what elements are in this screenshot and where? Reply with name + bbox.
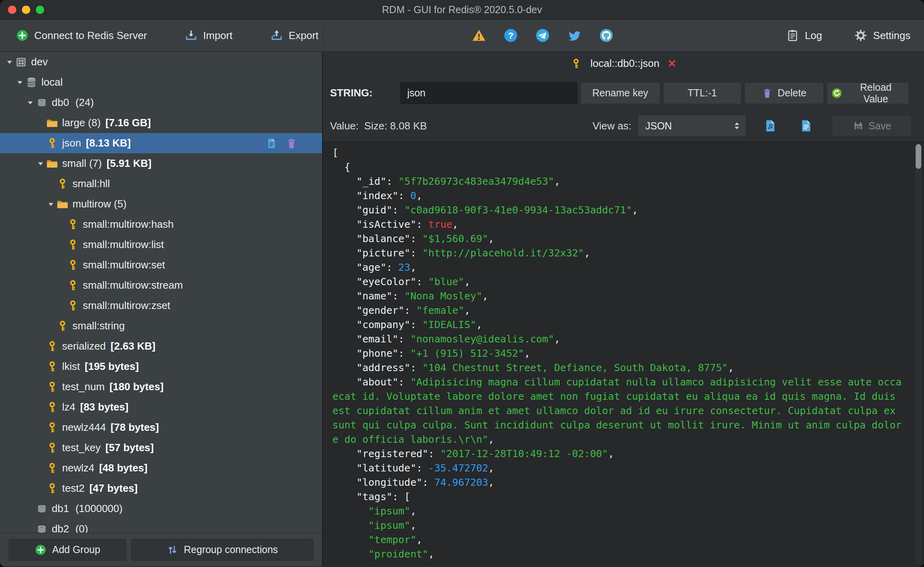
- editor-scrollbar[interactable]: [915, 143, 922, 565]
- tree-item-label: db2: [52, 523, 69, 533]
- code-line: "eyeColor": "blue",: [332, 275, 924, 289]
- edit-key-icon[interactable]: [266, 137, 277, 149]
- tree-item-multirow-5[interactable]: multirow (5): [0, 194, 322, 214]
- tree-item-json[interactable]: json[8.13 KB]: [0, 133, 322, 153]
- tree-item-size: [7.16 GB]: [105, 117, 151, 129]
- tree-item-db0[interactable]: db0(24): [0, 92, 322, 113]
- tree-item-test-num[interactable]: test_num[180 bytes]: [0, 377, 322, 397]
- view-as-value: JSON: [645, 120, 672, 132]
- tree-item-newlz4[interactable]: newlz4[48 bytes]: [0, 458, 322, 478]
- code-line: "ipsum",: [332, 504, 924, 518]
- tree-item-lkist[interactable]: lkist[195 bytes]: [0, 356, 322, 377]
- expander-icon[interactable]: [14, 78, 25, 87]
- tree-item-small-multirow-stream[interactable]: small:multirow:stream: [0, 275, 322, 295]
- tree-item-test2[interactable]: test2[47 bytes]: [0, 478, 322, 499]
- tree-item-local[interactable]: local: [0, 72, 322, 92]
- tree-item-small-multirow-list[interactable]: small:multirow:list: [0, 235, 322, 255]
- code-line: "name": "Nona Mosley",: [332, 289, 924, 303]
- twitter-icon[interactable]: [567, 28, 582, 43]
- tree-item-label: serialized: [62, 340, 106, 352]
- tree-item-label: test2: [62, 482, 84, 495]
- tree-item-small-multirow-hash[interactable]: small:multirow:hash: [0, 214, 322, 235]
- close-window-button[interactable]: [8, 6, 16, 14]
- tree-item-small-hll[interactable]: small:hll: [0, 174, 322, 194]
- settings-button[interactable]: Settings: [854, 29, 910, 42]
- regroup-connections-button[interactable]: Regroup connections: [131, 539, 313, 561]
- export-label: Export: [289, 29, 318, 42]
- tree-item-count: (1000000): [75, 502, 123, 515]
- log-label: Log: [805, 29, 822, 42]
- save-button[interactable]: Save: [832, 115, 912, 137]
- key-icon: [46, 422, 58, 434]
- value-editor[interactable]: [ { "_id": "5f7b26973c483ea3479d4e53", "…: [323, 141, 924, 566]
- delete-key-icon[interactable]: [285, 137, 297, 149]
- tree-item-large-8[interactable]: large (8)[7.16 GB]: [0, 113, 322, 133]
- tree-item-label: newlz444: [62, 421, 106, 434]
- settings-icon: [854, 29, 867, 42]
- regroup-icon: [166, 544, 178, 556]
- minimize-window-button[interactable]: [22, 6, 30, 14]
- log-button[interactable]: Log: [786, 29, 822, 42]
- open-external-editor-icon[interactable]: [764, 119, 777, 133]
- tree-item-newlz444[interactable]: newlz444[78 bytes]: [0, 417, 322, 438]
- tree-item-dev[interactable]: dev: [0, 52, 322, 72]
- svg-text:?: ?: [508, 30, 514, 41]
- expander-icon[interactable]: [25, 98, 36, 107]
- view-as-select[interactable]: JSON: [638, 115, 746, 137]
- content-area: devlocaldb0(24)large (8)[7.16 GB]json[8.…: [0, 52, 924, 566]
- tree-item-small-7[interactable]: small (7)[5.91 KB]: [0, 153, 322, 174]
- export-button[interactable]: Export: [270, 29, 318, 42]
- code-line: "balance": "$1,560.69",: [332, 232, 924, 246]
- editor-scrollbar-thumb[interactable]: [916, 144, 921, 169]
- key-icon: [570, 58, 582, 69]
- tree-item-label: json: [62, 137, 81, 149]
- rename-key-button[interactable]: Rename key: [580, 82, 660, 104]
- zoom-window-button[interactable]: [36, 6, 44, 14]
- tree-item-label: small:multirow:stream: [83, 279, 183, 291]
- add-group-button[interactable]: Add Group: [9, 539, 126, 561]
- code-line: "tempor",: [332, 533, 924, 547]
- tree-item-label: db1: [52, 502, 69, 515]
- expander-icon[interactable]: [45, 200, 57, 209]
- close-tab-icon[interactable]: ✕: [667, 57, 676, 70]
- tree-item-label: small:multirow:hash: [83, 218, 174, 231]
- connect-label: Connect to Redis Server: [34, 29, 147, 42]
- open-as-text-icon[interactable]: [799, 119, 813, 133]
- key-icon: [46, 442, 58, 454]
- delete-key-button[interactable]: Delete: [744, 82, 824, 104]
- tree-item-serialized[interactable]: serialized[2.63 KB]: [0, 336, 322, 356]
- code-line: "isActive": true,: [332, 217, 924, 232]
- server-icon: [15, 56, 27, 68]
- tree-item-small-multirow-set[interactable]: small:multirow:set: [0, 255, 322, 275]
- key-icon: [67, 280, 79, 291]
- expander-icon[interactable]: [35, 159, 46, 168]
- help-icon[interactable]: ?: [503, 28, 518, 43]
- tree-item-db2[interactable]: db2(0): [0, 519, 322, 533]
- expander-icon[interactable]: [4, 58, 15, 66]
- key-name-input[interactable]: [400, 82, 577, 104]
- key-icon: [46, 137, 58, 149]
- tree-item-test-key[interactable]: test_key[57 bytes]: [0, 438, 322, 458]
- tree-item-label: lkist: [62, 360, 80, 373]
- key-icon: [67, 239, 79, 251]
- tree-item-small-multirow-zset[interactable]: small:multirow:zset: [0, 295, 322, 316]
- window-controls: [8, 0, 44, 19]
- connect-to-server-button[interactable]: Connect to Redis Server: [16, 29, 147, 42]
- import-button[interactable]: Import: [185, 29, 232, 42]
- warning-icon[interactable]: [471, 28, 486, 43]
- code-line: "about": "Adipisicing magna cillum cupid…: [332, 375, 924, 389]
- tab-local-db0-json[interactable]: local::db0::json ✕: [570, 57, 676, 70]
- github-icon[interactable]: [599, 28, 614, 43]
- tree-item-lz4[interactable]: lz4[83 bytes]: [0, 397, 322, 417]
- ttl-button[interactable]: TTL:-1: [663, 82, 741, 104]
- tree-item-db1[interactable]: db1(1000000): [0, 499, 322, 519]
- telegram-icon[interactable]: [535, 28, 550, 43]
- tree-item-label: multirow (5): [72, 198, 127, 210]
- reload-value-button[interactable]: Reload Value: [827, 82, 909, 104]
- tree-item-small-string[interactable]: small:string: [0, 316, 322, 336]
- database-icon: [25, 76, 37, 88]
- tree-item-size: [2.63 KB]: [111, 340, 156, 352]
- value-header-row: Value: Size: 8.08 KB View as: JSON: [323, 110, 924, 141]
- code-line: "ipsum",: [332, 518, 924, 533]
- tree-item-size: [195 bytes]: [85, 360, 139, 373]
